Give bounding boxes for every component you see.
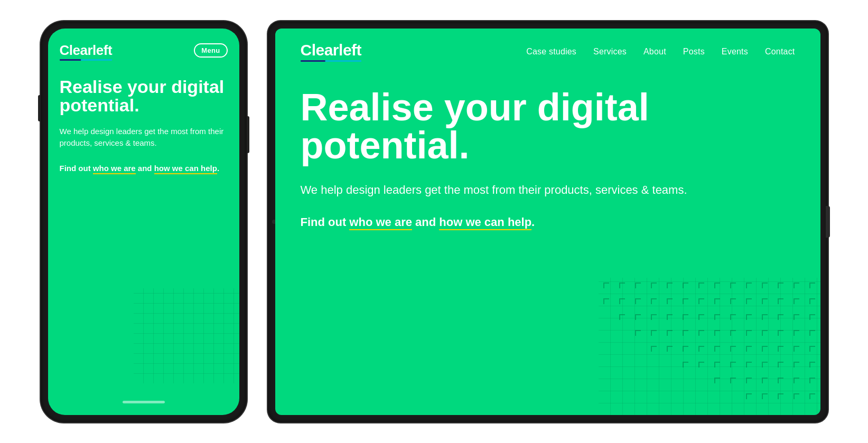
phone-menu-button[interactable]: Menu xyxy=(194,43,227,58)
tablet-header: Clearleft Case studies Services About Po… xyxy=(275,29,820,62)
phone-grid-pattern xyxy=(134,288,239,383)
tablet-hero: Realise your digital potential. We help … xyxy=(275,62,820,229)
tablet-cta-middle: and xyxy=(412,215,439,229)
tablet-dot-overlay xyxy=(599,278,820,415)
tablet-hero-title: Realise your digital potential. xyxy=(301,88,734,164)
phone-hero-cta: Find out who we are and how we can help. xyxy=(60,162,228,175)
nav-posts[interactable]: Posts xyxy=(683,47,705,56)
nav-events[interactable]: Events xyxy=(722,47,748,56)
phone-cta-prefix: Find out xyxy=(60,164,93,173)
tablet-nav: Case studies Services About Posts Events… xyxy=(526,47,795,56)
phone-hero: Realise your digital potential. We help … xyxy=(48,67,239,175)
phone-who-we-are-link[interactable]: who we are xyxy=(93,164,136,174)
nav-contact[interactable]: Contact xyxy=(765,47,795,56)
phone-header: Clearleft Menu xyxy=(48,29,239,67)
phone-logo: Clearleft xyxy=(60,43,113,61)
tablet-screen: Clearleft Case studies Services About Po… xyxy=(275,29,820,415)
phone-cta-suffix: . xyxy=(217,164,219,173)
phone-logo-text: Clearleft xyxy=(60,43,113,57)
phone-hero-subtitle: We help design leaders get the most from… xyxy=(60,126,228,149)
phone-hero-title: Realise your digital potential. xyxy=(60,78,228,115)
tablet-how-we-can-help-link[interactable]: how we can help xyxy=(439,215,531,230)
nav-services[interactable]: Services xyxy=(593,47,627,56)
phone-logo-underline xyxy=(60,59,113,61)
tablet-hero-cta: Find out who we are and how we can help. xyxy=(301,215,795,229)
tablet-cta-prefix: Find out xyxy=(301,215,350,229)
phone-screen: Clearleft Menu Realise your digital pote… xyxy=(48,29,239,415)
tablet-logo-text: Clearleft xyxy=(301,42,362,58)
phone-device: Clearleft Menu Realise your digital pote… xyxy=(41,21,247,422)
tablet-logo-underline xyxy=(301,60,362,62)
tablet-hero-subtitle: We help design leaders get the most from… xyxy=(301,181,692,199)
tablet-who-we-are-link[interactable]: who we are xyxy=(349,215,412,230)
phone-how-we-can-help-link[interactable]: how we can help xyxy=(154,164,217,174)
tablet-device: Clearleft Case studies Services About Po… xyxy=(268,21,828,422)
nav-case-studies[interactable]: Case studies xyxy=(526,47,576,56)
tablet-logo: Clearleft xyxy=(301,42,362,62)
phone-cta-middle: and xyxy=(136,164,154,173)
nav-about[interactable]: About xyxy=(643,47,666,56)
tablet-cta-suffix: . xyxy=(531,215,535,229)
phone-home-bar xyxy=(123,401,165,403)
